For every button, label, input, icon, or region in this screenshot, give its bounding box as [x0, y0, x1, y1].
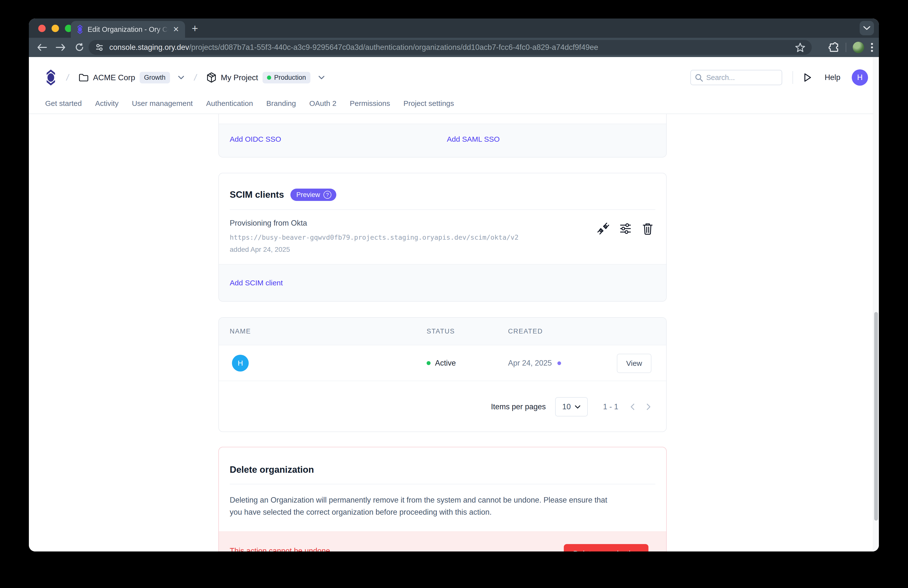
toolbar-right-cluster [828, 38, 879, 57]
configure-mappings-button[interactable] [618, 222, 633, 235]
reload-button[interactable] [74, 42, 85, 53]
ory-favicon [77, 24, 83, 34]
help-link[interactable]: Help [824, 73, 840, 82]
scim-card-footer: Add SCIM client [219, 264, 666, 301]
column-header-name: NAME [230, 327, 251, 335]
console-page: / ACME Corp Growth / [29, 57, 879, 551]
search-input[interactable] [691, 70, 782, 85]
site-settings-icon[interactable] [95, 43, 104, 52]
scim-clients-card: SCIM clients Preview ? Provisioning from… [218, 173, 667, 302]
project-nav: Get started Activity User management Aut… [29, 93, 454, 113]
project-switcher[interactable]: My Project Production [206, 72, 325, 84]
address-bar[interactable]: console.staging.ory.dev/projects/d087b7a… [89, 40, 812, 55]
add-saml-sso-link[interactable]: Add SAML SSO [447, 135, 500, 143]
back-button[interactable] [36, 42, 48, 53]
organization-avatar: H [232, 355, 249, 372]
scim-client-name: Provisioning from Okta [230, 219, 655, 227]
package-icon [206, 72, 216, 83]
page-scrollbar-track[interactable] [873, 57, 879, 551]
page-range: 1 - 1 [603, 403, 618, 411]
ory-logo[interactable] [45, 69, 56, 86]
delete-organization-button[interactable]: Delete organization [564, 544, 649, 551]
project-name: My Project [221, 73, 258, 82]
environment-label: Production [274, 74, 306, 81]
preview-badge[interactable]: Preview ? [290, 188, 336, 201]
chevron-down-icon [575, 405, 581, 409]
next-page-button[interactable] [646, 403, 651, 410]
url-text: console.staging.ory.dev/projects/d087b7a… [109, 43, 795, 52]
forward-button[interactable] [55, 42, 66, 53]
url-host: console.staging.ory.dev [109, 43, 189, 52]
scim-client-url: https://busy-beaver-gqwvd0fb79.projects.… [230, 234, 655, 241]
browser-tab[interactable]: Edit Organization - Ory Conso ✕ [71, 21, 185, 38]
delete-scim-client-button[interactable] [641, 222, 655, 235]
nav-permissions[interactable]: Permissions [350, 99, 390, 108]
previous-page-button[interactable] [630, 403, 634, 410]
header-divider [792, 71, 793, 84]
nav-activity[interactable]: Activity [95, 99, 118, 108]
nav-branding[interactable]: Branding [266, 99, 296, 108]
scim-client-actions [596, 222, 655, 235]
danger-description: Deleting an Organization will permanentl… [219, 484, 658, 519]
status-label: Active [435, 359, 456, 367]
nav-project-settings[interactable]: Project settings [403, 99, 454, 108]
page-scrollbar-thumb[interactable] [874, 312, 878, 520]
user-avatar[interactable]: H [852, 69, 868, 85]
sliders-icon [619, 222, 632, 235]
plug-off-icon [597, 222, 610, 235]
nav-user-management[interactable]: User management [132, 99, 193, 108]
danger-card-footer: This action cannot be undone. Delete org… [219, 531, 666, 551]
browser-menu-kebab-icon[interactable] [871, 42, 873, 53]
toolbar-divider [845, 43, 846, 52]
browser-window: Edit Organization - Ory Conso ✕ + [29, 19, 879, 551]
add-oidc-sso-link[interactable]: Add OIDC SSO [230, 135, 281, 143]
items-per-page-label: Items per pages [491, 403, 546, 411]
danger-card-header: Delete organization [219, 447, 666, 475]
back-arrow-icon [37, 43, 47, 52]
console-header: / ACME Corp Growth / [29, 57, 879, 114]
extensions-puzzle-icon[interactable] [828, 42, 839, 53]
items-per-page-select[interactable]: 10 [555, 397, 588, 416]
sso-card: Add OIDC SSO Add SAML SSO [218, 114, 667, 158]
view-button[interactable]: View [617, 354, 651, 373]
nav-authentication[interactable]: Authentication [206, 99, 253, 108]
browser-tab-strip: Edit Organization - Ory Conso ✕ + [29, 19, 879, 38]
table-pagination: Items per pages 10 1 - 1 [219, 381, 666, 432]
status-cell: Active [427, 359, 456, 367]
close-window-button[interactable] [38, 25, 46, 32]
sso-card-body [219, 114, 666, 124]
scim-client-added: added Apr 24, 2025 [230, 246, 655, 253]
created-cell: Apr 24, 2025 [508, 359, 561, 367]
reload-icon [75, 43, 84, 52]
chevron-right-icon [646, 403, 651, 410]
search-icon [695, 74, 703, 82]
search-box [691, 70, 782, 85]
run-playground-icon[interactable] [803, 73, 812, 82]
nav-get-started[interactable]: Get started [45, 99, 82, 108]
forward-arrow-icon [56, 43, 66, 52]
minimize-window-button[interactable] [52, 25, 59, 32]
browser-profile-avatar[interactable] [853, 42, 864, 53]
environment-status-dot [267, 76, 271, 80]
desktop-background: Edit Organization - Ory Conso ✕ + [0, 0, 908, 588]
tab-close-icon[interactable]: ✕ [173, 26, 179, 33]
chevron-down-icon [863, 26, 871, 31]
help-circle-icon[interactable]: ? [324, 191, 332, 199]
table-row: H Active Apr 24, 2025 View [219, 345, 666, 381]
danger-warning-text: This action cannot be undone. [230, 546, 332, 551]
organization-table-card: NAME STATUS CREATED H Active Apr 24, 202… [218, 317, 667, 432]
workspace-switcher[interactable]: ACME Corp Growth [79, 72, 184, 84]
add-scim-client-link[interactable]: Add SCIM client [230, 279, 283, 287]
url-path: /projects/d087b7a1-55f3-440c-a3c9-929564… [189, 43, 598, 52]
preview-badge-label: Preview [296, 191, 320, 199]
tab-search-button[interactable] [860, 21, 874, 35]
test-connection-button[interactable] [596, 222, 610, 235]
sso-card-footer: Add OIDC SSO Add SAML SSO [219, 124, 666, 157]
trash-icon [642, 222, 654, 235]
delete-organization-card: Delete organization Deleting an Organiza… [218, 447, 667, 551]
new-tab-button[interactable]: + [192, 23, 198, 34]
nav-oauth2[interactable]: OAuth 2 [309, 99, 336, 108]
breadcrumb-separator: / [193, 72, 197, 83]
bookmark-star-icon[interactable] [795, 42, 805, 52]
breadcrumb-separator: / [65, 72, 69, 83]
